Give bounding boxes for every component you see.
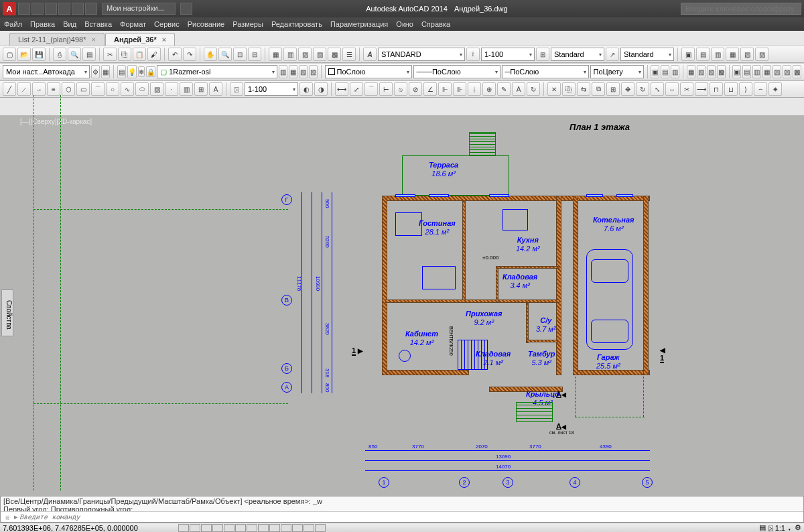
am-toggle[interactable] [315, 524, 326, 532]
status-icon[interactable]: ⚙ [795, 523, 801, 532]
freeze-icon[interactable]: ❄ [138, 66, 145, 77]
anno-vis-icon[interactable]: ◐ [299, 82, 313, 96]
tablestyle-dropdown[interactable]: Standard [551, 48, 604, 61]
mleader-dropdown[interactable]: Standard [620, 48, 674, 61]
dim-txt-icon[interactable]: A [512, 82, 525, 96]
fillet-icon[interactable]: ⌢ [754, 82, 767, 96]
layer-tool-icon[interactable]: ▨ [309, 65, 318, 78]
join-icon[interactable]: ⊔ [724, 82, 738, 96]
otrack-toggle[interactable] [235, 524, 246, 532]
tb-icon[interactable]: ▥ [711, 48, 724, 61]
ref-icon[interactable]: ▩ [717, 65, 726, 78]
pline-icon[interactable]: ⟋ [17, 82, 31, 96]
lwt-toggle[interactable] [269, 524, 280, 532]
markup-icon[interactable]: ▩ [328, 48, 341, 61]
tpy-toggle[interactable] [281, 524, 291, 532]
props-icon[interactable]: ▦ [269, 48, 282, 61]
undo-icon[interactable]: ↶ [168, 48, 182, 61]
command-input[interactable] [19, 513, 803, 521]
textstyle-dropdown[interactable]: STANDARD [378, 48, 465, 61]
color-dropdown[interactable]: ПоСлою [325, 65, 412, 78]
qat-print-icon[interactable] [85, 3, 97, 15]
zoom-icon[interactable]: 🔍 [218, 48, 232, 61]
tb-icon[interactable]: ▣ [681, 48, 695, 61]
mod-icon[interactable]: ▤ [742, 65, 751, 78]
rotate-icon[interactable]: ↻ [636, 82, 649, 96]
mod-icon[interactable]: ▣ [732, 65, 741, 78]
paste-icon[interactable]: 📋 [133, 48, 146, 61]
close-icon[interactable]: × [92, 36, 96, 44]
tb-icon[interactable]: ▤ [696, 48, 710, 61]
workspace-dropdown[interactable]: Мои настройки... [102, 3, 176, 15]
block-icon[interactable]: ▤ [661, 65, 669, 78]
dim-ang-icon[interactable]: ∠ [423, 82, 437, 96]
line-icon[interactable]: ╱ [3, 82, 16, 96]
dim-arc-icon[interactable]: ⌒ [364, 82, 378, 96]
menu-format[interactable]: Формат [120, 20, 146, 28]
mleader-btn[interactable]: ↗ [606, 48, 619, 61]
grid-toggle[interactable] [190, 524, 200, 532]
polygon-icon[interactable]: ⬡ [62, 82, 75, 96]
point-icon[interactable]: · [165, 82, 178, 96]
anno-add-icon[interactable]: ◑ [314, 82, 328, 96]
menu-help[interactable]: Справка [421, 20, 450, 28]
ray-icon[interactable]: → [32, 82, 46, 96]
dim-ord-icon[interactable]: ⊢ [379, 82, 393, 96]
tablestyle-btn[interactable]: ⊞ [536, 48, 549, 61]
doc-tab[interactable]: List 2-11_(planj)498*× [9, 33, 105, 46]
block-icon[interactable]: ▣ [651, 65, 659, 78]
match-icon[interactable]: 🖌 [147, 48, 161, 61]
array-icon[interactable]: ⊞ [606, 82, 620, 96]
stretch-icon[interactable]: ↔ [665, 82, 679, 96]
osnap-toggle[interactable] [224, 524, 234, 532]
mod-icon[interactable]: ▥ [752, 65, 761, 78]
qat-redo-icon[interactable] [72, 3, 84, 15]
dim-cont-icon[interactable]: ⊪ [453, 82, 466, 96]
menu-param[interactable]: Параметризация [330, 20, 388, 28]
scale-icon[interactable]: ⤡ [651, 82, 664, 96]
dim-upd-icon[interactable]: ↻ [527, 82, 540, 96]
mline-icon[interactable]: ≡ [47, 82, 60, 96]
print-icon[interactable]: ⎙ [53, 48, 66, 61]
menu-view[interactable]: Вид [63, 20, 76, 28]
dimstyle-btn[interactable]: ⟟ [466, 48, 480, 61]
dim-jog-icon[interactable]: ⟊ [468, 82, 481, 96]
zoom-prev-icon[interactable]: ⊟ [248, 48, 261, 61]
doc-tab-active[interactable]: Андрей_36*× [105, 33, 175, 46]
anno-icon[interactable]: ⍄ [230, 82, 243, 96]
menu-window[interactable]: Окно [396, 20, 413, 28]
redo-icon[interactable]: ↷ [183, 48, 196, 61]
region-icon[interactable]: ▥ [180, 82, 193, 96]
ducs-toggle[interactable] [247, 524, 257, 532]
sc-toggle[interactable] [304, 524, 314, 532]
close-icon[interactable]: × [162, 36, 166, 44]
menu-modify[interactable]: Редактировать [271, 20, 322, 28]
gear-icon[interactable]: ⚙ [91, 65, 100, 78]
tb-icon[interactable]: ▨ [755, 48, 768, 61]
zoom-win-icon[interactable]: ⊡ [233, 48, 247, 61]
qp-toggle[interactable] [292, 524, 303, 532]
publish-icon[interactable]: ▤ [82, 48, 96, 61]
ltype-dropdown[interactable]: ─── ПоСлою [413, 65, 500, 78]
layer-prop-icon[interactable]: ▤ [117, 65, 126, 78]
mod-icon[interactable]: ▦ [762, 65, 771, 78]
break-icon[interactable]: ⊓ [710, 82, 723, 96]
layer-dropdown[interactable]: ▢ 1Razmer-osi [157, 65, 277, 78]
copy-icon[interactable]: ⿻ [562, 82, 576, 96]
drawing-canvas[interactable]: Свойства [—][Сверху][2D-каркас] План 1 э… [0, 115, 804, 496]
dyn-toggle[interactable] [258, 524, 269, 532]
open-icon[interactable]: 📂 [17, 48, 31, 61]
mod-icon[interactable]: ▧ [773, 65, 781, 78]
menu-tools[interactable]: Сервис [154, 20, 180, 28]
paper-button[interactable]: ▤ [759, 523, 766, 532]
text-icon[interactable]: A [209, 82, 222, 96]
properties-palette-tab[interactable]: Свойства [1, 289, 13, 336]
menu-file[interactable]: Файл [4, 20, 22, 28]
qat-new-icon[interactable] [18, 3, 30, 15]
dim-edit-icon[interactable]: ✎ [497, 82, 511, 96]
ref-icon[interactable]: ▨ [707, 65, 716, 78]
circle-icon[interactable]: ○ [106, 82, 119, 96]
menu-insert[interactable]: Вставка [84, 20, 112, 28]
extend-icon[interactable]: ⟶ [695, 82, 708, 96]
qat-open-icon[interactable] [31, 3, 44, 15]
